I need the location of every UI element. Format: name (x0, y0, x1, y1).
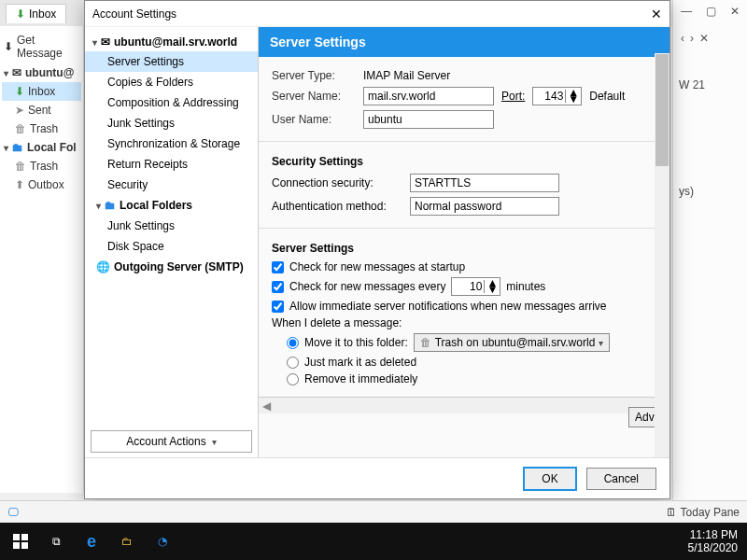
checkbox[interactable] (272, 281, 284, 293)
conn-security-select[interactable]: STARTTLS (410, 174, 559, 192)
taskview-icon[interactable]: ⧉ (45, 530, 67, 553)
server-type-value: IMAP Mail Server (363, 69, 450, 82)
account-settings-dialog: Account Settings ✕ ▾ ✉ ubuntu@mail.srv.w… (84, 0, 670, 499)
tree-trash[interactable]: 🗑 Trash (2, 119, 81, 138)
start-icon[interactable] (9, 530, 32, 553)
port-stepper[interactable]: ▲▼ (532, 87, 582, 105)
tab-label: Inbox (29, 7, 56, 21)
calendar-icon: 🗓 (666, 506, 677, 519)
trash-icon: 🗑 (15, 122, 26, 135)
radio[interactable] (287, 357, 299, 369)
ok-button[interactable]: OK (523, 467, 576, 491)
tree-local-trash[interactable]: 🗑 Trash (2, 157, 81, 175)
nav-smtp[interactable]: 🌐 Outgoing Server (SMTP) (85, 257, 258, 277)
folder-icon: 🖿 (105, 199, 116, 212)
user-name-label: User Name: (272, 113, 356, 126)
radio-move-folder[interactable]: Move it to this folder: 🗑 Trash on ubunt… (287, 333, 656, 352)
nav-composition[interactable]: Composition & Addressing (85, 92, 258, 113)
system-clock[interactable]: 11:18 PM 5/18/2020 (688, 528, 747, 554)
trash-icon: 🗑 (420, 336, 431, 349)
get-messages-button[interactable]: ⬇ Get Message (2, 30, 81, 63)
checkbox[interactable] (272, 301, 284, 313)
vertical-scrollbar[interactable] (655, 53, 669, 457)
folder-icon: 🖿 (12, 141, 23, 154)
tree-account[interactable]: ▾ ✉ ubuntu@ (2, 63, 81, 82)
close-icon[interactable]: ✕ (699, 32, 709, 45)
tree-sent[interactable]: ➤ Sent (2, 101, 81, 119)
explorer-icon[interactable]: 🗀 (116, 530, 138, 553)
cancel-button[interactable]: Cancel (586, 468, 656, 490)
thunderbird-icon[interactable]: ◔ (151, 530, 174, 553)
interval-input[interactable] (452, 278, 484, 295)
tree-outbox[interactable]: ⬆ Outbox (2, 175, 81, 194)
user-name-input[interactable] (363, 110, 494, 129)
edge-icon[interactable]: e (80, 530, 103, 553)
download-icon: ⬇ (4, 40, 13, 53)
tab-inbox[interactable]: ⬇ Inbox (6, 4, 66, 23)
scrollbar-thumb[interactable] (655, 54, 669, 166)
spin-down-icon[interactable]: ▼ (485, 287, 500, 293)
horizontal-scrollbar[interactable]: ◀▶ (259, 397, 669, 413)
mail-icon: ✉ (101, 35, 110, 49)
nav-arrows: ‹ › ✕ (673, 26, 747, 50)
svg-rect-3 (21, 542, 28, 549)
security-title: Security Settings (272, 155, 656, 168)
conn-security-label: Connection security: (272, 176, 402, 189)
chevron-down-icon: ▾ (599, 338, 603, 348)
today-pane-button[interactable]: 🗓 Today Pane (666, 506, 740, 519)
trash-folder-select[interactable]: 🗑 Trash on ubuntu@mail.srv.world ▾ (414, 333, 611, 352)
tree-inbox[interactable]: ⬇ Inbox (2, 82, 81, 101)
trash-icon: 🗑 (15, 160, 26, 173)
nav-return-receipts[interactable]: Return Receipts (85, 154, 258, 175)
settings-nav: ▾ ✉ ubuntu@mail.srv.world Server Setting… (85, 27, 259, 457)
nav-junk[interactable]: Junk Settings (85, 113, 258, 133)
interval-stepper[interactable]: ▲▼ (451, 277, 500, 296)
delete-label: When I delete a message: (272, 316, 656, 329)
radio-mark-deleted[interactable]: Just mark it as deleted (287, 356, 656, 369)
radio-remove-immediately[interactable]: Remove it immediately (287, 372, 656, 385)
nav-sync[interactable]: Synchronization & Storage (85, 133, 258, 154)
server-section: Server Type: IMAP Mail Server Server Nam… (259, 57, 669, 142)
nav-copies-folders[interactable]: Copies & Folders (85, 72, 258, 92)
check-immediate[interactable]: Allow immediate server notifications whe… (272, 300, 656, 313)
port-input[interactable] (533, 88, 565, 105)
check-interval[interactable]: Check for new messages every ▲▼ minutes (272, 277, 656, 296)
svg-rect-0 (13, 534, 20, 540)
close-icon[interactable]: ✕ (723, 0, 747, 22)
security-section: Security Settings Connection security: S… (259, 142, 669, 229)
nav-server-settings[interactable]: Server Settings (85, 51, 258, 72)
tree-local-folders[interactable]: ▾ 🖿 Local Fol (2, 138, 81, 157)
close-icon[interactable]: ✕ (651, 7, 662, 21)
chevron-down-icon: ▾ (92, 37, 97, 48)
nav-local-folders[interactable]: ▾ 🖿 Local Folders (85, 195, 258, 216)
status-bar: 🖵 🗓 Today Pane (0, 500, 747, 523)
content-header: Server Settings (259, 27, 669, 57)
mail-folder-tree: ⬇ Get Message ▾ ✉ ubuntu@ ⬇ Inbox ➤ Sent… (0, 26, 84, 493)
dialog-footer: OK Cancel (85, 457, 669, 498)
server-type-label: Server Type: (272, 69, 356, 82)
chevron-down-icon: ▾ (212, 437, 217, 447)
radio[interactable] (287, 337, 299, 349)
nav-local-junk[interactable]: Junk Settings (85, 216, 258, 236)
account-actions-button[interactable]: Account Actions ▾ (91, 430, 252, 453)
forward-icon[interactable]: › (690, 32, 694, 45)
bg-fragment: W 21 (673, 50, 747, 119)
back-icon[interactable]: ‹ (681, 32, 684, 45)
auth-method-select[interactable]: Normal password (410, 197, 559, 216)
chevron-down-icon: ▾ (4, 68, 8, 78)
svg-rect-1 (21, 534, 28, 540)
check-startup[interactable]: Check for new messages at startup (272, 260, 656, 273)
auth-method-label: Authentication method: (272, 200, 402, 213)
checkbox[interactable] (272, 261, 284, 273)
nav-account-header[interactable]: ▾ ✉ ubuntu@mail.srv.world (85, 33, 258, 51)
spin-down-icon[interactable]: ▼ (566, 96, 581, 103)
status-left-icon[interactable]: 🖵 (7, 506, 19, 519)
nav-disk-space[interactable]: Disk Space (85, 236, 258, 257)
minimize-icon[interactable]: — (674, 0, 698, 22)
radio[interactable] (287, 373, 299, 385)
server-name-input[interactable] (363, 87, 494, 105)
inbox-icon: ⬇ (16, 7, 25, 21)
maximize-icon[interactable]: ▢ (698, 0, 723, 22)
nav-security[interactable]: Security (85, 175, 258, 195)
server-name-label: Server Name: (272, 90, 356, 103)
